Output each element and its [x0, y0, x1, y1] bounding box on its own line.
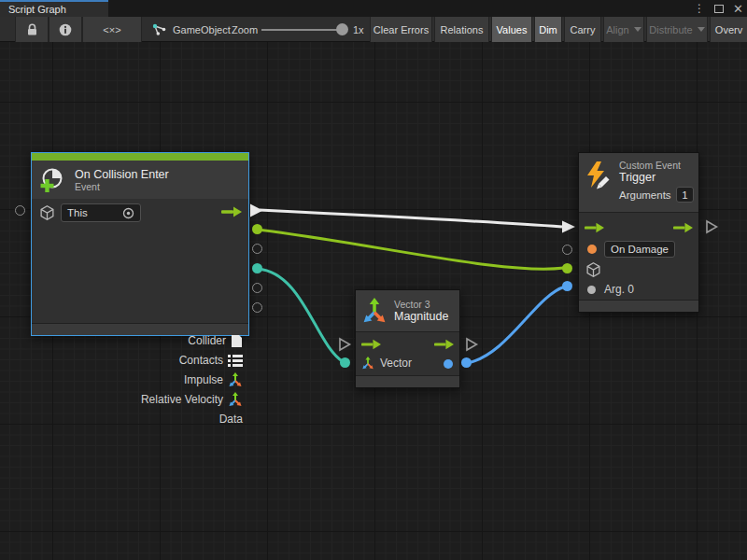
window-menu-icon[interactable]: ⋮	[694, 2, 705, 15]
arg0-port-dot	[587, 286, 596, 294]
event-icon	[38, 166, 66, 194]
port-arg0[interactable]: Arg. 0	[587, 283, 634, 296]
values-button[interactable]: Values	[491, 17, 532, 42]
event-name-port-dot[interactable]	[587, 245, 597, 254]
info-button[interactable]	[49, 17, 82, 42]
zoom-slider-knob[interactable]	[336, 23, 348, 35]
distribute-button[interactable]: Distribute	[646, 17, 708, 42]
input-port-circle[interactable]	[15, 205, 25, 216]
node-footer	[356, 375, 459, 387]
port-impulse[interactable]: Impulse	[184, 371, 243, 389]
node-footer	[32, 323, 248, 335]
gameobject-ref[interactable]: GameObject	[152, 17, 231, 42]
flow-out-arrow-icon[interactable]	[221, 206, 242, 217]
object-picker-icon[interactable]	[122, 207, 134, 219]
custom-event-icon	[585, 161, 613, 190]
node-on-collision-enter[interactable]: On Collision Enter Event This	[31, 152, 249, 336]
target-object-field[interactable]: This	[61, 203, 141, 222]
zoom-slider[interactable]	[261, 29, 344, 31]
unity-script-graph-window: Script Graph ⋮ ✕ <×>	[0, 0, 747, 560]
event-name-field[interactable]: On Damage	[604, 241, 675, 258]
vector3-icon	[361, 298, 388, 324]
maximize-icon[interactable]	[714, 5, 724, 13]
close-icon[interactable]: ✕	[733, 3, 743, 15]
tab-bar: Script Graph ⋮ ✕	[0, 0, 747, 17]
contacts-out-port[interactable]	[252, 244, 262, 254]
node-subtitle: Event	[75, 181, 169, 192]
magnitude-out-port[interactable]	[461, 357, 472, 368]
clear-errors-button[interactable]: Clear Errors	[370, 17, 432, 42]
node-title: Trigger	[619, 171, 698, 184]
flow-in-port[interactable]	[337, 337, 352, 352]
port-relative-velocity[interactable]: Relative Velocity	[141, 390, 243, 409]
data-out-port[interactable]	[252, 302, 262, 313]
port-contacts[interactable]: Contacts	[179, 351, 243, 370]
flow-in-arrow-icon[interactable]	[585, 222, 604, 233]
zoom-label: Zoom	[232, 17, 258, 42]
gameobject-label: GameObject	[173, 24, 231, 35]
wire-flow-arrowhead	[562, 221, 575, 233]
flow-out-port[interactable]	[464, 337, 479, 352]
result-out-dot[interactable]	[444, 359, 453, 369]
node-footer	[579, 300, 698, 312]
chevron-down-icon	[698, 27, 705, 32]
node-category: Custom Event	[619, 160, 698, 171]
gameobject-cube-icon	[39, 204, 55, 221]
wire-collider[interactable]	[258, 230, 564, 269]
vector3-icon	[361, 357, 374, 370]
wire-magnitude-arg0[interactable]	[468, 287, 565, 363]
node-magnitude[interactable]: Vector 3 Magnitude Vector	[355, 289, 460, 388]
graph-toolbar: <×> GameObject Zoom 1x Clear Errors Rela…	[0, 17, 747, 42]
vector3-icon	[228, 372, 243, 387]
node-title: Magnitude	[394, 310, 448, 323]
target-in-port[interactable]	[562, 263, 572, 273]
node-trigger-custom-event[interactable]: Custom Event Trigger Arguments 1 On Dama…	[578, 152, 699, 313]
dim-button[interactable]: Dim	[534, 17, 562, 42]
arg0-in-port[interactable]	[562, 281, 572, 291]
flow-out-port[interactable]	[704, 219, 719, 234]
align-button[interactable]: Align	[603, 17, 644, 42]
impulse-out-port[interactable]	[252, 263, 262, 273]
overview-button[interactable]: Overv	[710, 17, 747, 42]
collider-out-port[interactable]	[252, 224, 262, 234]
lock-icon	[26, 23, 38, 36]
vector3-icon	[228, 392, 243, 407]
graph-icon	[152, 23, 167, 36]
collider-icon	[231, 333, 243, 348]
arguments-count-field[interactable]: 1	[676, 187, 694, 203]
flow-out-arrow-icon[interactable]	[434, 339, 454, 350]
relations-button[interactable]: Relations	[434, 17, 489, 42]
flow-out-port[interactable]	[248, 203, 264, 218]
tab-script-graph[interactable]: Script Graph	[0, 0, 108, 17]
node-category: Vector 3	[394, 299, 448, 310]
chevron-down-icon	[634, 27, 641, 32]
info-icon	[59, 23, 72, 36]
vector-in-port[interactable]	[340, 357, 350, 368]
tab-title: Script Graph	[8, 4, 66, 15]
zoom-value: 1x	[353, 17, 364, 42]
wire-impulse[interactable]	[258, 269, 344, 362]
embed-code-button[interactable]: <×>	[82, 17, 142, 42]
list-icon	[228, 354, 243, 367]
code-icon: <×>	[103, 24, 120, 35]
port-event-name: On Damage	[587, 241, 675, 258]
wire-flow[interactable]	[260, 210, 562, 227]
arguments-label: Arguments	[619, 189, 671, 201]
event-name-in-port[interactable]	[562, 245, 572, 255]
carry-button[interactable]: Carry	[564, 17, 601, 42]
node-title: On Collision Enter	[75, 168, 169, 181]
event-color-bar	[32, 153, 248, 161]
port-vector[interactable]: Vector	[361, 357, 412, 370]
graph-canvas[interactable]: On Collision Enter Event This	[0, 42, 747, 560]
relative-velocity-out-port[interactable]	[252, 283, 262, 293]
target-cube-port[interactable]	[585, 261, 601, 278]
port-data[interactable]: Data	[219, 410, 243, 428]
flow-in-arrow-icon[interactable]	[361, 339, 381, 350]
lock-button[interactable]	[15, 17, 49, 42]
flow-out-arrow-icon[interactable]	[673, 222, 693, 233]
